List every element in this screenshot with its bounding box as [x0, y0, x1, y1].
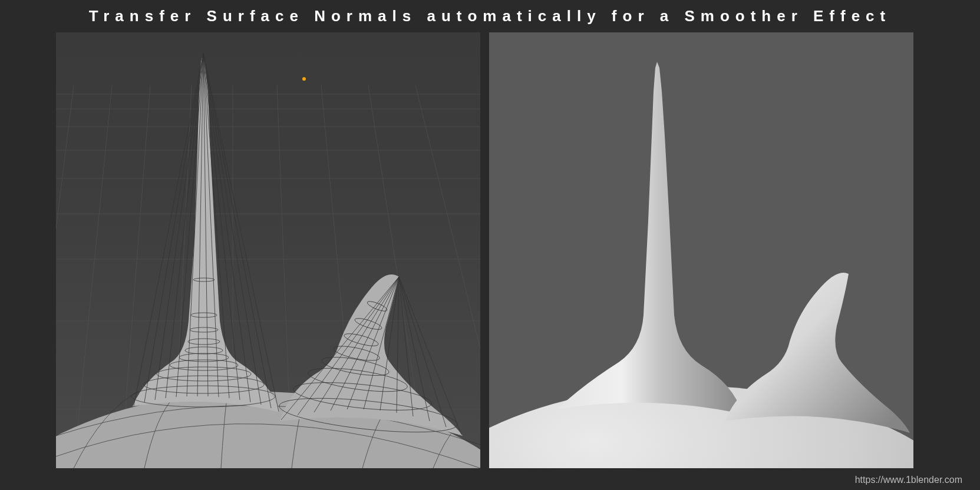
wireframe-panel [56, 32, 480, 468]
spike-small-wireframe [278, 274, 463, 439]
watermark-url: https://www.1blender.com [855, 475, 962, 485]
page-title: Transfer Surface Normals automatically f… [0, 7, 980, 25]
smooth-panel [489, 32, 913, 468]
spike-large-wireframe [131, 53, 280, 412]
smooth-render [489, 32, 913, 468]
svg-line-9 [56, 85, 74, 468]
svg-line-10 [74, 85, 112, 468]
3d-cursor-icon [302, 77, 306, 81]
comparison-panels [56, 32, 913, 468]
floor-grid [56, 32, 480, 468]
